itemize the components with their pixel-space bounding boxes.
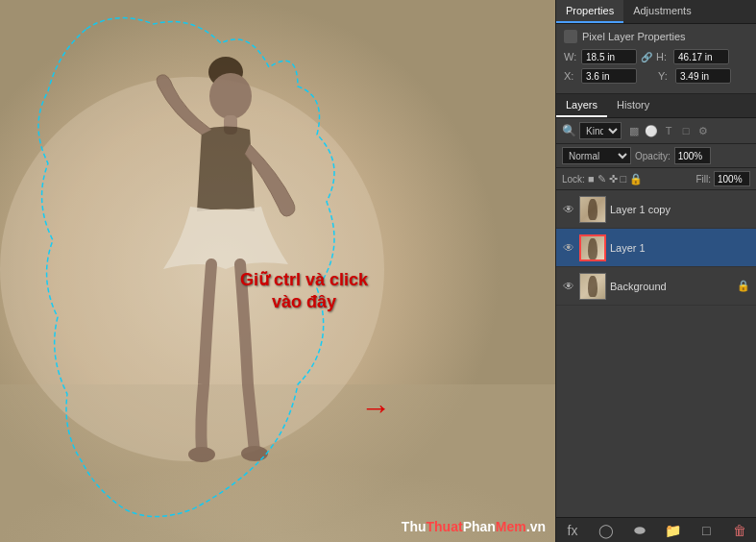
prop-title-row: Pixel Layer Properties	[564, 30, 748, 43]
pixel-layer-icon	[564, 30, 577, 43]
canvas-image: Giữ ctrl và click vào đây → ThuThuatPhan…	[0, 0, 555, 542]
annotation-line1: Giữ ctrl và click	[240, 269, 368, 291]
filter-pixel-icon[interactable]: ▩	[626, 125, 642, 137]
layer-item-layer1[interactable]: 👁 Layer 1	[556, 229, 756, 267]
watermark-thu: Thu	[402, 519, 427, 534]
layer-name-background: Background	[610, 281, 733, 292]
svg-point-6	[188, 447, 215, 462]
layer-item-layer1copy[interactable]: 👁 Layer 1 copy	[556, 190, 756, 229]
pixel-layer-title: Pixel Layer Properties	[582, 31, 686, 42]
lock-artboard-icon[interactable]: □	[621, 173, 627, 185]
layer-thumb-background	[579, 273, 606, 300]
annotation-text: Giữ ctrl và click vào đây	[240, 269, 368, 314]
w-input[interactable]	[581, 49, 637, 64]
watermark-mem: Mem	[496, 519, 526, 534]
watermark-thuat: Thuat	[427, 519, 463, 534]
svg-point-4	[209, 73, 252, 119]
lock-position-icon[interactable]: 🔒	[629, 173, 643, 185]
x-input[interactable]	[581, 68, 637, 84]
h-input[interactable]	[673, 49, 729, 64]
annotation-line2: vào đây	[240, 291, 368, 313]
tab-properties[interactable]: Properties	[556, 0, 623, 23]
canvas-area: Giữ ctrl và click vào đây → ThuThuatPhan…	[0, 0, 555, 542]
new-layer-icon[interactable]: □	[695, 523, 717, 538]
layer-thumb-layer1copy	[579, 196, 606, 223]
layer-name-layer1copy: Layer 1 copy	[610, 204, 750, 215]
tab-adjustments[interactable]: Adjustments	[623, 0, 701, 23]
w-label: W:	[564, 51, 577, 62]
watermark: ThuThuatPhanMem.vn	[402, 519, 546, 534]
layer-item-background[interactable]: 👁 Background 🔒	[556, 267, 756, 306]
y-label: Y:	[658, 70, 671, 82]
layer-eye-layer1copy[interactable]: 👁	[562, 203, 575, 216]
layers-toolbar: 🔍 Kind ▩ ⚪ T □ ⚙	[556, 118, 756, 144]
blend-row: Normal Multiply Screen Opacity:	[556, 144, 756, 168]
layer-thumb-layer1	[579, 234, 606, 261]
opacity-input[interactable]	[674, 147, 711, 164]
add-mask-icon[interactable]: ◯	[596, 523, 617, 538]
prop-xy-row: X: Y:	[564, 68, 748, 84]
thumb-silhouette-background	[588, 276, 597, 297]
watermark-phan: Phan	[463, 519, 496, 534]
fill-input[interactable]	[714, 171, 750, 186]
layer-filter-icons: ▩ ⚪ T □ ⚙	[626, 125, 711, 137]
lock-move-icon[interactable]: ✜	[609, 173, 618, 185]
layer-eye-background[interactable]: 👁	[562, 280, 575, 293]
arrow-indicator: →	[360, 390, 391, 426]
filter-smart-icon[interactable]: ⚙	[695, 125, 711, 137]
x-label: X:	[564, 70, 577, 82]
svg-point-7	[241, 446, 268, 461]
kind-select[interactable]: Kind	[579, 122, 622, 139]
right-panel: Properties Adjustments Pixel Layer Prope…	[555, 0, 756, 542]
delete-layer-icon[interactable]: 🗑	[729, 523, 750, 538]
layer-name-layer1: Layer 1	[610, 242, 750, 254]
tab-history[interactable]: History	[607, 94, 659, 117]
new-group-icon[interactable]: 📁	[662, 523, 683, 538]
opacity-label: Opacity:	[635, 151, 671, 161]
filter-type-icon[interactable]: T	[661, 125, 676, 137]
tab-layers[interactable]: Layers	[556, 94, 607, 117]
thumb-silhouette-layer1copy	[588, 199, 597, 220]
new-adjustment-icon[interactable]: ⬬	[629, 522, 650, 538]
properties-tabs: Properties Adjustments	[556, 0, 756, 24]
lock-all-icon[interactable]: ■	[588, 173, 595, 185]
fill-label: Fill:	[695, 174, 711, 185]
layers-bottom-bar: fx ◯ ⬬ 📁 □ 🗑	[556, 517, 756, 542]
properties-section: Pixel Layer Properties W: 🔗 H: X: Y:	[556, 24, 756, 93]
y-input[interactable]	[675, 68, 731, 84]
add-style-icon[interactable]: fx	[562, 523, 583, 538]
search-icon[interactable]: 🔍	[562, 124, 576, 137]
properties-panel: Properties Adjustments Pixel Layer Prope…	[556, 0, 756, 94]
thumb-silhouette-layer1	[588, 238, 597, 259]
blend-mode-select[interactable]: Normal Multiply Screen	[562, 147, 631, 164]
link-icon[interactable]: 🔗	[641, 52, 652, 62]
layer-lock-icon-background: 🔒	[737, 280, 750, 292]
layers-panel: Layers History 🔍 Kind ▩ ⚪ T □ ⚙ Normal M…	[556, 94, 756, 542]
prop-wh-row: W: 🔗 H:	[564, 49, 748, 64]
watermark-vn: .vn	[526, 519, 546, 534]
lock-label: Lock:	[562, 174, 585, 185]
lock-draw-icon[interactable]: ✎	[597, 173, 606, 185]
layers-tabs: Layers History	[556, 94, 756, 118]
filter-adjust-icon[interactable]: ⚪	[644, 125, 659, 137]
filter-shape-icon[interactable]: □	[678, 125, 694, 137]
h-label: H:	[656, 51, 670, 62]
layers-list: 👁 Layer 1 copy 👁 Layer 1 👁	[556, 190, 756, 517]
layer-eye-layer1[interactable]: 👁	[562, 241, 575, 255]
lock-row: Lock: ■ ✎ ✜ □ 🔒 Fill:	[556, 168, 756, 190]
